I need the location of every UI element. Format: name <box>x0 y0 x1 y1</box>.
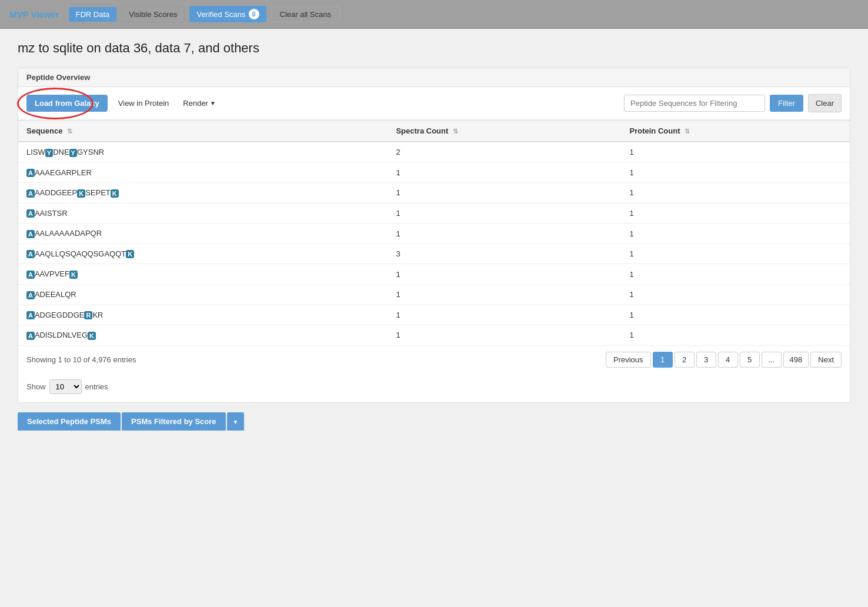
peptide-filter-input[interactable] <box>624 95 765 112</box>
page-3-button[interactable]: 3 <box>696 352 716 368</box>
mod-residue: A <box>26 250 35 258</box>
peptide-table: Sequence ⇅ Spectra Count ⇅ Protein Count… <box>18 120 850 346</box>
table-row[interactable]: AAAISTSR11 <box>18 203 850 224</box>
peptide-overview-panel: Peptide Overview Load from Galaxy View i… <box>18 68 850 403</box>
sequence-cell: LISWYDNEYGYSNR <box>18 142 388 162</box>
spectra-count-cell: 1 <box>388 284 621 305</box>
protein-sort-icon[interactable]: ⇅ <box>685 128 690 135</box>
entries-per-page-select[interactable]: 10 25 50 100 <box>49 379 82 394</box>
load-from-galaxy-button[interactable]: Load from Galaxy <box>26 95 108 112</box>
protein-count-cell: 1 <box>622 224 850 244</box>
selected-peptide-psms-tab[interactable]: Selected Peptide PSMs <box>18 412 121 431</box>
visible-scores-button[interactable]: Visible Scores <box>121 6 185 22</box>
mod-residue: A <box>26 230 35 238</box>
spectra-count-cell: 1 <box>388 162 621 183</box>
table-row[interactable]: AADISLDNLVEGK11 <box>18 325 850 346</box>
mod-residue: A <box>26 189 35 198</box>
mod-residue: K <box>69 271 78 279</box>
show-label: Show <box>26 382 46 391</box>
page-4-button[interactable]: 4 <box>718 352 738 368</box>
mod-residue: K <box>126 250 134 258</box>
verified-scans-button[interactable]: Verified Scans 0 <box>189 6 266 22</box>
mod-residue: A <box>26 209 35 218</box>
sequence-sort-icon[interactable]: ⇅ <box>67 128 72 135</box>
main-content: mz to sqlite on data 36, data 7, and oth… <box>0 29 868 607</box>
spectra-count-cell: 1 <box>388 224 621 244</box>
spectra-count-cell: 3 <box>388 244 621 264</box>
render-label: Render <box>183 99 208 108</box>
psms-tab-chevron-icon: ▼ <box>233 419 239 425</box>
table-row[interactable]: AAAQLLQSQAQQSGAQQTK31 <box>18 244 850 264</box>
clear-filter-button[interactable]: Clear <box>808 94 842 112</box>
sequence-cell: AAAISTSR <box>18 203 388 224</box>
panel-toolbar: Load from Galaxy View in Protein Render … <box>18 87 850 120</box>
verified-scans-count: 0 <box>249 9 259 19</box>
mod-residue: A <box>26 291 35 299</box>
table-row[interactable]: AAADDGEEPKSEPETK11 <box>18 183 850 204</box>
mod-residue: Y <box>45 149 53 157</box>
sequence-cell: AAADDGEEPKSEPETK <box>18 183 388 204</box>
mod-residue: A <box>26 271 35 279</box>
mod-residue: K <box>88 332 96 340</box>
sequence-cell: AADISLDNLVEGK <box>18 325 388 346</box>
spectra-count-column-header[interactable]: Spectra Count ⇅ <box>388 121 621 142</box>
protein-count-column-header[interactable]: Protein Count ⇅ <box>622 121 850 142</box>
spectra-sort-icon[interactable]: ⇅ <box>453 128 458 135</box>
view-in-protein-button[interactable]: View in Protein <box>112 95 175 112</box>
spectra-count-cell: 1 <box>388 203 621 224</box>
protein-count-cell: 1 <box>622 305 850 325</box>
mod-residue: R <box>84 311 92 319</box>
sequence-cell: AAAVPVEFK <box>18 264 388 285</box>
protein-count-cell: 1 <box>622 162 850 183</box>
protein-count-cell: 1 <box>622 142 850 162</box>
page-2-button[interactable]: 2 <box>675 352 695 368</box>
top-navigation: MVP Viewer FDR Data Visible Scores Verif… <box>0 0 868 29</box>
table-row[interactable]: AADEEALQR11 <box>18 284 850 305</box>
psms-filtered-by-score-tab[interactable]: PSMs Filtered by Score <box>122 412 226 431</box>
showing-text: Showing 1 to 10 of 4,976 entries <box>26 355 136 364</box>
show-entries-row: Show 10 25 50 100 entries <box>18 373 850 402</box>
table-row[interactable]: AAALAAAAADAPQR11 <box>18 224 850 244</box>
mod-residue: A <box>26 332 35 340</box>
pagination: Previous 1 2 3 4 5 ... 498 Next <box>606 352 842 368</box>
previous-page-button[interactable]: Previous <box>606 352 651 368</box>
sequence-column-header[interactable]: Sequence ⇅ <box>18 121 388 142</box>
table-row[interactable]: AAAAEGARPLER11 <box>18 162 850 183</box>
page-5-button[interactable]: 5 <box>740 352 760 368</box>
table-row[interactable]: AADGEGDDGERKR11 <box>18 305 850 325</box>
sequence-cell: AADGEGDDGERKR <box>18 305 388 325</box>
protein-count-cell: 1 <box>622 244 850 264</box>
protein-count-cell: 1 <box>622 264 850 285</box>
sequence-cell: AAALAAAAADAPQR <box>18 224 388 244</box>
page-title: mz to sqlite on data 36, data 7, and oth… <box>18 41 850 56</box>
protein-count-cell: 1 <box>622 203 850 224</box>
spectra-count-cell: 1 <box>388 305 621 325</box>
mod-residue: K <box>111 189 119 198</box>
verified-scans-label: Verified Scans <box>196 10 245 19</box>
psms-tab-dropdown-button[interactable]: ▼ <box>227 412 245 431</box>
filter-button[interactable]: Filter <box>770 95 803 112</box>
page-498-button[interactable]: 498 <box>783 352 809 368</box>
render-dropdown-button[interactable]: Render ▼ <box>179 95 219 112</box>
entries-label: entries <box>85 382 108 391</box>
mod-residue: K <box>77 189 85 198</box>
page-ellipsis: ... <box>762 352 782 368</box>
spectra-count-cell: 1 <box>388 325 621 346</box>
mod-residue: A <box>26 311 35 319</box>
protein-count-cell: 1 <box>622 183 850 204</box>
table-footer: Showing 1 to 10 of 4,976 entries Previou… <box>18 346 850 373</box>
fdr-data-button[interactable]: FDR Data <box>69 7 117 22</box>
load-galaxy-wrapper: Load from Galaxy <box>26 95 108 112</box>
render-chevron-icon: ▼ <box>210 100 216 106</box>
protein-count-cell: 1 <box>622 325 850 346</box>
table-row[interactable]: AAAVPVEFK11 <box>18 264 850 285</box>
page-1-button[interactable]: 1 <box>653 352 673 368</box>
table-row[interactable]: LISWYDNEYGYSNR21 <box>18 142 850 162</box>
clear-all-scans-button[interactable]: Clear all Scans <box>271 6 340 22</box>
protein-count-cell: 1 <box>622 284 850 305</box>
spectra-count-cell: 2 <box>388 142 621 162</box>
next-page-button[interactable]: Next <box>810 352 842 368</box>
sequence-cell: AAAAEGARPLER <box>18 162 388 183</box>
spectra-count-cell: 1 <box>388 183 621 204</box>
sequence-cell: AADEEALQR <box>18 284 388 305</box>
